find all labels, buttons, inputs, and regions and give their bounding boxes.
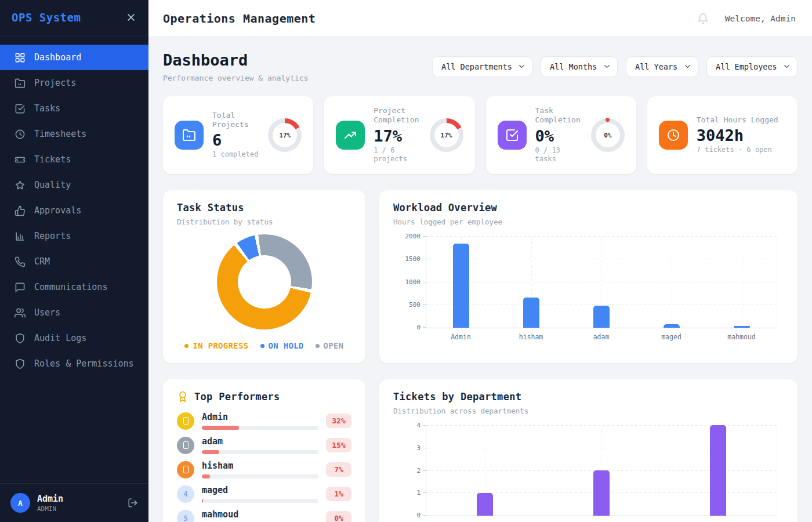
- x-axis-label: mahmoud: [706, 333, 777, 341]
- app-title: Operations Management: [163, 12, 316, 26]
- y-axis-label: 0: [396, 512, 420, 519]
- y-axis-label: 2000: [396, 233, 420, 240]
- stat-label: Task Completion: [535, 106, 582, 125]
- y-axis-label: 3: [396, 444, 420, 452]
- bar-adam: [593, 306, 610, 328]
- filter-select[interactable]: All Months: [541, 56, 618, 77]
- filter-all-months: All Months: [541, 56, 618, 77]
- page-title: Dashboard: [163, 51, 308, 69]
- legend-item-on-hold: ON HOLD: [260, 341, 304, 350]
- sidebar-header: OPS System: [0, 0, 148, 35]
- sidebar-item-users[interactable]: Users: [0, 300, 148, 325]
- filter-select[interactable]: All Years: [626, 56, 698, 77]
- sidebar-item-projects[interactable]: Projects: [0, 70, 148, 96]
- topbar: Operations Management Welcome, Admin: [148, 0, 812, 37]
- sidebar-item-dashboard[interactable]: Dashboard: [0, 45, 148, 70]
- sidebar-item-label: Tasks: [34, 103, 60, 114]
- performer-name: mahmoud: [202, 509, 318, 520]
- task-status-donut-chart: [217, 234, 312, 329]
- app-root: OPS System DashboardProjectsTasksTimeshe…: [0, 0, 812, 522]
- performer-pct-badge: 15%: [326, 438, 351, 452]
- app-brand: OPS System: [12, 11, 81, 24]
- sidebar-item-quality[interactable]: Quality: [0, 172, 148, 198]
- sidebar-item-tickets[interactable]: Tickets: [0, 147, 148, 172]
- task-status-card: Task Status Distribution by status IN PR…: [163, 190, 365, 363]
- logout-icon[interactable]: [128, 498, 138, 508]
- sidebar-item-approvals[interactable]: Approvals: [0, 198, 148, 223]
- performer-progress-track: [202, 474, 318, 478]
- check-square-icon: [14, 103, 26, 114]
- performer-row-hisham: hisham7%: [177, 461, 351, 478]
- sidebar-item-label: Roles & Permissions: [34, 358, 134, 369]
- performer-name: Admin: [202, 412, 318, 422]
- performer-progress-track: [202, 450, 318, 454]
- performer-name: adam: [202, 436, 318, 447]
- stat-label: Total Hours Logged: [697, 115, 786, 125]
- performer-pct-badge: 7%: [326, 462, 351, 477]
- axis-tick: [423, 425, 426, 426]
- bar-mahmoud: [734, 326, 750, 328]
- medal-badge: [177, 461, 194, 478]
- legend-item-open: OPEN: [316, 341, 344, 350]
- legend-dot: [260, 344, 264, 348]
- y-axis-label: 0: [396, 324, 420, 331]
- medal-badge: 4: [177, 485, 194, 503]
- bar-category-1: [477, 493, 493, 516]
- x-axis-label: maged: [636, 333, 706, 341]
- bell-icon[interactable]: [697, 13, 709, 24]
- task-status-legend: IN PROGRESSON HOLDOPEN: [177, 341, 351, 350]
- chart-plot-area: 0500100015002000: [426, 237, 777, 328]
- filter-select[interactable]: All Employees: [706, 56, 798, 77]
- user-role: ADMIN: [37, 505, 121, 513]
- close-icon[interactable]: [125, 12, 137, 23]
- sidebar-item-audit-logs[interactable]: Audit Logs: [0, 325, 148, 351]
- performer-row-adam: adam15%: [177, 436, 351, 454]
- filter-select[interactable]: All Departments: [432, 56, 532, 77]
- axis-tick: [423, 259, 426, 259]
- medal-badge: [177, 412, 194, 430]
- top-performers-title: Top Performers: [194, 391, 280, 403]
- dashboard-main: Dashboard Performance overview & analyti…: [148, 37, 812, 522]
- filter-all-employees: All Employees: [706, 56, 798, 77]
- sidebar-item-communications[interactable]: Communications: [0, 274, 148, 300]
- rank-number: 4: [183, 490, 187, 498]
- top-performers-list: Admin32%adam15%hisham7%4maged1%5mahmoud0…: [177, 412, 351, 522]
- sidebar-item-label: CRM: [34, 256, 50, 267]
- thumbs-up-icon: [14, 205, 26, 216]
- folder-icon: [14, 78, 26, 89]
- performer-row-admin: Admin32%: [177, 412, 351, 430]
- bar-category-3: [710, 425, 726, 516]
- chart-plot-area: 01234: [426, 426, 777, 516]
- sidebar-item-label: Quality: [34, 180, 71, 190]
- stat-card-project-completion: Project Completion17%1 / 6 projects17%: [324, 96, 474, 174]
- stat-cards: Total Projects61 completed17%Project Com…: [163, 96, 798, 174]
- sidebar-item-tasks[interactable]: Tasks: [0, 96, 148, 121]
- stat-card-total-hours-logged: Total Hours Logged3042h7 tickets · 6 ope…: [647, 96, 798, 174]
- gauge-dot: [606, 118, 610, 122]
- axis-tick: [423, 236, 426, 237]
- performer-progress-track: [202, 499, 318, 503]
- gauge-value: 17%: [434, 123, 459, 147]
- user-name: Admin: [37, 494, 121, 504]
- legend-label: IN PROGRESS: [193, 341, 248, 350]
- bar-hisham: [523, 298, 539, 328]
- workload-subtitle: Hours logged per employee: [393, 217, 784, 226]
- sidebar-item-label: Audit Logs: [34, 333, 86, 343]
- sidebar-item-reports[interactable]: Reports: [0, 223, 148, 249]
- axis-tick: [423, 304, 426, 305]
- stat-sub: 7 tickets · 6 open: [697, 146, 786, 155]
- performer-progress-track: [202, 426, 318, 430]
- grid-icon: [14, 52, 26, 63]
- gridline: [742, 237, 742, 328]
- users-icon: [14, 307, 26, 318]
- y-axis-label: 1500: [396, 255, 420, 263]
- medal-glyph: [183, 441, 188, 449]
- stat-card-task-completion: Task Completion0%0 / 13 tasks0%: [486, 96, 636, 174]
- message-icon: [14, 282, 26, 293]
- performer-pct-badge: 1%: [326, 487, 351, 501]
- medal-badge: 5: [177, 510, 194, 522]
- sidebar-item-crm[interactable]: CRM: [0, 249, 148, 274]
- tickets-title: Tickets by Department: [393, 391, 784, 403]
- sidebar-item-roles-permissions[interactable]: Roles & Permissions: [0, 351, 148, 376]
- sidebar-item-timesheets[interactable]: Timesheets: [0, 121, 148, 147]
